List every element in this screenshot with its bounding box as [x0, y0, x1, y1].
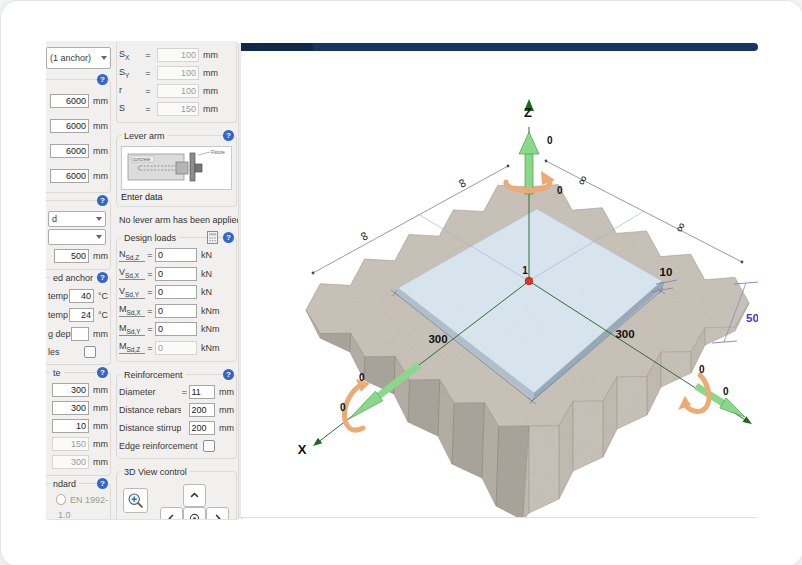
unit-label: mm — [93, 251, 108, 261]
load-symbol: VSd,X — [119, 267, 145, 280]
zoom-in-icon — [126, 491, 145, 510]
equals: = — [145, 269, 155, 279]
settings-panel: (1 anchor) ? 6000 mm 6000 mm 6000 mm — [46, 41, 238, 520]
lever-arm-note: No lever arm has been applied — [119, 215, 238, 225]
plate-input[interactable]: 300 — [52, 383, 89, 397]
reinforcement-row: Diameter = 11 mm — [119, 383, 234, 401]
unit-label: mm — [203, 68, 218, 78]
depth-input[interactable] — [71, 327, 89, 341]
equals: = — [143, 86, 153, 96]
load-input[interactable]: 0 — [155, 304, 197, 318]
temp-input[interactable]: 40 — [69, 289, 94, 303]
unit-label: kN — [201, 287, 212, 297]
standard-radio-row: EN 1992-4 — [48, 492, 108, 507]
viewport-top-bar — [241, 43, 758, 51]
reinforcement-input[interactable]: 11 — [189, 385, 216, 399]
spacing-row: S = 150 mm — [119, 100, 234, 118]
base-material-group: ? d 500 mm — [46, 200, 111, 270]
plate-dim-left: 300 — [428, 333, 447, 345]
help-icon[interactable]: ? — [97, 367, 108, 378]
plate-input[interactable]: 10 — [52, 419, 89, 433]
chevron-down-icon — [101, 56, 107, 60]
load-input[interactable]: 0 — [155, 267, 197, 281]
spacing-input-disabled: 100 — [157, 48, 199, 62]
unit-label: mm — [93, 439, 108, 449]
edge-reinforcement-checkbox[interactable] — [203, 440, 215, 452]
anchor-number-label: 1 — [522, 265, 528, 276]
geometry-input[interactable]: 6000 — [50, 119, 89, 133]
load-row: VSd,Y = 0 kN — [119, 283, 234, 302]
unit-label: mm — [93, 421, 108, 431]
rotate-left-button[interactable] — [160, 507, 183, 519]
holes-checkbox[interactable] — [84, 346, 96, 358]
unit-label: kN — [201, 250, 212, 260]
reinforcement-group: Reinforcement ? Diameter = 11 mm Distanc… — [116, 374, 237, 459]
help-icon[interactable]: ? — [223, 130, 234, 141]
viewport-top-bar-segment — [241, 43, 313, 51]
reinforcement-input[interactable]: 200 — [189, 403, 216, 417]
help-icon[interactable]: ? — [97, 272, 108, 283]
temp-input[interactable]: 24 — [69, 308, 94, 322]
lever-arm-thumbnail[interactable]: concrete Fixture — [121, 146, 232, 190]
help-icon[interactable]: ? — [223, 369, 234, 380]
reinforcement-label: Distance stirrups — [119, 423, 181, 433]
load-row: VSd,X = 0 kN — [119, 265, 234, 284]
depth-label: g depth — [48, 329, 71, 339]
anchor-point[interactable] — [525, 277, 533, 285]
plate-row: 300 mm — [48, 453, 108, 471]
unit-label: mm — [93, 121, 108, 131]
equals: = — [143, 50, 153, 60]
svg-text:concrete: concrete — [133, 157, 151, 162]
thickness-input[interactable]: 500 — [54, 249, 89, 263]
reset-view-button[interactable] — [183, 507, 206, 519]
geometry-input[interactable]: 6000 — [50, 94, 89, 108]
plate-input[interactable]: 300 — [52, 401, 89, 415]
plate-dim-right: 300 — [615, 328, 634, 340]
group-title: ndard — [50, 479, 79, 489]
temp-row: temp 40 °C — [48, 286, 108, 305]
geometry-row: 6000 mm — [48, 138, 108, 163]
equals: = — [143, 68, 153, 78]
help-icon[interactable]: ? — [97, 74, 108, 85]
help-icon[interactable]: ? — [223, 232, 234, 243]
reinforcement-row: Distance rebars · 200 mm — [119, 401, 234, 419]
anchor-layout-dropdown[interactable]: (1 anchor) — [46, 47, 111, 69]
zoom-in-button[interactable] — [123, 488, 148, 513]
reinforcement-input[interactable]: 200 — [189, 421, 216, 435]
holes-row: les — [48, 343, 108, 360]
rotate-up-button[interactable] — [183, 484, 206, 507]
geometry-group: ? 6000 mm 6000 mm 6000 mm 6000 mm — [46, 79, 111, 193]
viewport-3d[interactable]: Z X 1 0 0 0 0 0 0 300 300 10 50 ∞ ∞ ∞ ∞ — [241, 51, 758, 518]
reinforcement-label: Diameter — [119, 387, 181, 397]
load-input[interactable]: 0 — [155, 322, 197, 336]
unit-label: mm — [203, 104, 218, 114]
unit-label: mm — [219, 387, 234, 397]
spacing-symbol: r — [119, 85, 143, 97]
geometry-input[interactable]: 6000 — [50, 144, 89, 158]
moment-x-value: 0 — [359, 372, 365, 383]
thickness-row: 500 mm — [48, 247, 108, 265]
plate-row: 300 mm — [48, 381, 108, 399]
group-title: Lever arm — [121, 131, 168, 141]
unit-label: mm — [93, 403, 108, 413]
edge-reinforcement-label: Edge reinforcement — [119, 441, 198, 451]
grade-dropdown[interactable] — [48, 229, 106, 245]
unit-label: mm — [203, 86, 218, 96]
spacing-row: r = 100 mm — [119, 82, 234, 100]
force-x-value: 0 — [340, 402, 346, 413]
rotate-right-button[interactable] — [206, 507, 229, 519]
help-icon[interactable]: ? — [97, 478, 108, 489]
unit-label: °C — [98, 291, 108, 301]
load-input[interactable]: 0 — [155, 285, 197, 299]
geometry-input[interactable]: 6000 — [50, 169, 89, 183]
unit-label: kN — [201, 269, 212, 279]
standard-radio[interactable] — [56, 494, 66, 505]
help-icon[interactable]: ? — [97, 195, 108, 206]
enter-data-button[interactable]: Enter data — [121, 192, 234, 202]
condition-dropdown[interactable]: d — [48, 211, 106, 227]
unit-label: kNm — [201, 343, 220, 353]
load-input[interactable]: 0 — [155, 248, 197, 262]
spacing-input-disabled: 100 — [157, 66, 199, 80]
calculator-icon[interactable] — [207, 231, 218, 244]
unit-label: mm — [93, 171, 108, 181]
